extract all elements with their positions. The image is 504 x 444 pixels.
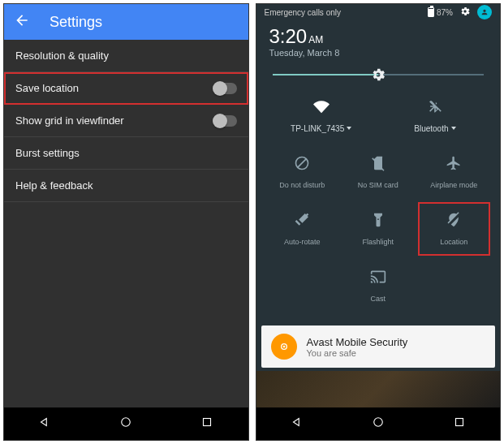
bluetooth-label: Bluetooth bbox=[414, 124, 448, 133]
nav-recent-icon[interactable] bbox=[200, 415, 214, 433]
tile-location[interactable]: Location bbox=[416, 200, 493, 257]
cast-label: Cast bbox=[370, 295, 386, 303]
wifi-icon bbox=[313, 98, 330, 118]
time-ampm: AM bbox=[308, 34, 323, 45]
back-arrow-icon[interactable] bbox=[14, 12, 30, 32]
list-item-save-location[interactable]: Save location bbox=[4, 72, 248, 105]
tile-wifi[interactable]: TP-LINK_7435 bbox=[265, 87, 378, 144]
avast-icon bbox=[271, 334, 297, 360]
tile-dnd[interactable]: Do not disturb bbox=[265, 144, 341, 200]
notification-body: You are safe bbox=[307, 348, 408, 358]
user-avatar-icon[interactable] bbox=[477, 5, 492, 19]
date-display: Tuesday, March 8 bbox=[269, 48, 488, 58]
svg-point-4 bbox=[373, 418, 382, 427]
airplane-label: Airplane mode bbox=[430, 181, 477, 189]
list-item-grid[interactable]: Show grid in viewfinder bbox=[4, 105, 248, 137]
airplane-icon bbox=[446, 155, 462, 175]
toggle-save-location[interactable] bbox=[213, 83, 237, 94]
battery-icon bbox=[428, 7, 434, 17]
svg-rect-5 bbox=[455, 419, 463, 426]
settings-list: Resolution & quality Save location Show … bbox=[4, 40, 248, 407]
chevron-down-icon bbox=[347, 127, 351, 130]
wallpaper-peek bbox=[256, 371, 501, 407]
time-display: 3:20AM bbox=[269, 25, 488, 48]
emergency-text: Emergency calls only bbox=[265, 8, 341, 17]
camera-settings-screen: Settings Resolution & quality Save locat… bbox=[3, 3, 249, 441]
appbar: Settings bbox=[4, 4, 248, 40]
tile-flashlight[interactable]: Flashlight bbox=[340, 200, 416, 257]
navigation-bar bbox=[4, 407, 248, 440]
notification-title: Avast Mobile Security bbox=[307, 336, 408, 348]
settings-gear-icon[interactable] bbox=[459, 6, 471, 19]
svg-point-0 bbox=[122, 418, 131, 427]
rotate-label: Auto-rotate bbox=[284, 238, 321, 246]
cast-icon bbox=[370, 269, 386, 288]
sim-label: No SIM card bbox=[358, 181, 398, 189]
dnd-label: Do not disturb bbox=[279, 181, 325, 189]
nav-home-icon[interactable] bbox=[371, 415, 386, 433]
chevron-down-icon bbox=[451, 127, 456, 130]
battery-percent: 87% bbox=[437, 8, 453, 17]
flashlight-icon bbox=[370, 212, 386, 231]
status-bar: Emergency calls only 87% bbox=[256, 4, 501, 20]
navigation-bar bbox=[256, 407, 501, 440]
location-label: Location bbox=[440, 238, 467, 246]
notification-card[interactable]: Avast Mobile Security You are safe bbox=[261, 325, 496, 368]
list-item-resolution[interactable]: Resolution & quality bbox=[4, 40, 248, 72]
nav-home-icon[interactable] bbox=[118, 415, 133, 433]
toggle-grid[interactable] bbox=[213, 115, 237, 127]
bluetooth-off-icon bbox=[427, 98, 443, 118]
list-item-label: Show grid in viewfinder bbox=[15, 114, 124, 127]
no-sim-icon bbox=[370, 155, 386, 175]
quick-settings-screen: Emergency calls only 87% 3:20AM Tuesday,… bbox=[256, 3, 502, 441]
wifi-label: TP-LINK_7435 bbox=[291, 124, 344, 133]
brightness-knob-icon[interactable] bbox=[369, 66, 387, 84]
nav-back-icon[interactable] bbox=[37, 415, 52, 433]
nav-recent-icon[interactable] bbox=[452, 415, 467, 433]
appbar-title: Settings bbox=[50, 14, 102, 31]
svg-rect-1 bbox=[204, 419, 211, 426]
brightness-slider[interactable] bbox=[256, 67, 501, 87]
location-off-icon bbox=[446, 212, 462, 231]
clock-area: 3:20AM Tuesday, March 8 bbox=[256, 20, 501, 67]
list-item-label: Help & feedback bbox=[15, 179, 93, 192]
flash-label: Flashlight bbox=[362, 238, 394, 246]
do-not-disturb-icon bbox=[294, 155, 310, 175]
svg-point-3 bbox=[282, 346, 285, 348]
tile-airplane[interactable]: Airplane mode bbox=[416, 144, 493, 200]
battery-indicator: 87% bbox=[428, 7, 453, 17]
list-item-burst[interactable]: Burst settings bbox=[4, 137, 248, 170]
tile-rotate[interactable]: Auto-rotate bbox=[265, 200, 341, 257]
tile-cast[interactable]: Cast bbox=[340, 257, 416, 314]
tile-bluetooth[interactable]: Bluetooth bbox=[378, 87, 492, 144]
time-value: 3:20 bbox=[269, 25, 308, 47]
list-item-label: Burst settings bbox=[15, 147, 80, 159]
tile-sim[interactable]: No SIM card bbox=[340, 144, 416, 200]
list-item-label: Resolution & quality bbox=[15, 50, 109, 62]
auto-rotate-icon bbox=[294, 212, 310, 231]
list-item-label: Save location bbox=[15, 82, 79, 94]
quick-tiles: TP-LINK_7435 Bluetooth Do not disturb No… bbox=[256, 87, 501, 322]
list-item-help[interactable]: Help & feedback bbox=[4, 170, 248, 202]
nav-back-icon[interactable] bbox=[290, 415, 304, 433]
